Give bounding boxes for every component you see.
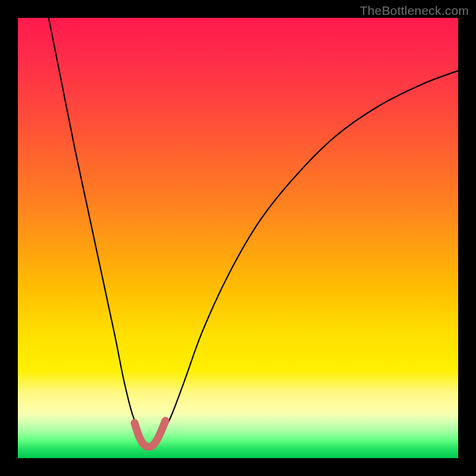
watermark-text: TheBottleneck.com [360, 4, 469, 18]
bottleneck-curve-highlight [134, 421, 165, 447]
chart-svg [18, 18, 458, 458]
bottleneck-curve-black [49, 18, 458, 446]
chart-plot-area [18, 18, 458, 458]
